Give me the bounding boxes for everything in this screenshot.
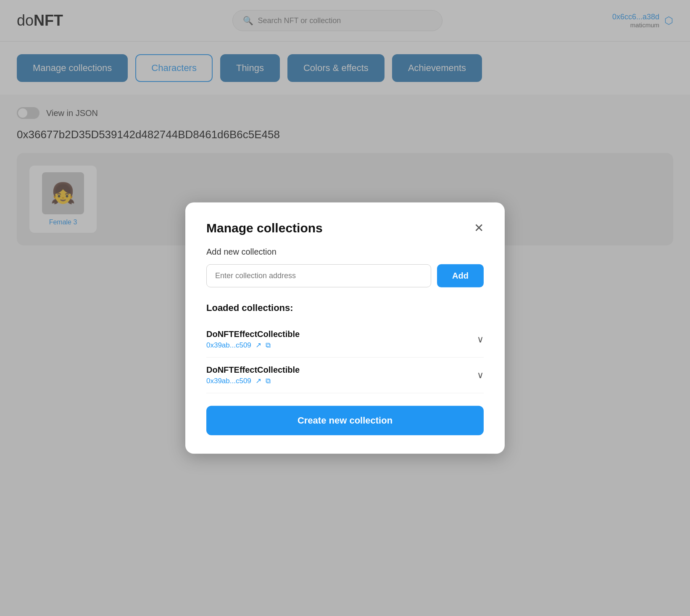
add-collection-label: Add new collection (206, 247, 484, 257)
collection-addr-row-2: 0x39ab...c509 ↗ ⧉ (206, 376, 300, 385)
add-collection-button[interactable]: Add (437, 264, 484, 287)
add-collection-row: Add (206, 264, 484, 287)
collection-addr-row-1: 0x39ab...c509 ↗ ⧉ (206, 341, 300, 350)
modal-header: Manage collections ✕ (206, 221, 484, 235)
collection-item-1: DoNFTEffectCollectible 0x39ab...c509 ↗ ⧉… (206, 322, 484, 358)
create-new-collection-button[interactable]: Create new collection (206, 406, 484, 435)
manage-collections-modal: Manage collections ✕ Add new collection … (185, 203, 505, 454)
collection-name-1: DoNFTEffectCollectible (206, 329, 300, 339)
collection-item-2: DoNFTEffectCollectible 0x39ab...c509 ↗ ⧉… (206, 358, 484, 393)
collection-info-1: DoNFTEffectCollectible 0x39ab...c509 ↗ ⧉ (206, 329, 300, 350)
collection-address-2: 0x39ab...c509 (206, 376, 251, 385)
loaded-collections-label: Loaded collections: (206, 303, 484, 313)
modal-title: Manage collections (206, 221, 323, 235)
collection-address-1: 0x39ab...c509 (206, 341, 251, 349)
collection-info-2: DoNFTEffectCollectible 0x39ab...c509 ↗ ⧉ (206, 365, 300, 385)
external-link-icon-1[interactable]: ↗ (255, 341, 261, 350)
copy-icon-2[interactable]: ⧉ (266, 376, 271, 385)
modal-close-button[interactable]: ✕ (474, 222, 484, 234)
chevron-icon-2[interactable]: ∨ (477, 370, 484, 381)
chevron-icon-1[interactable]: ∨ (477, 334, 484, 345)
external-link-icon-2[interactable]: ↗ (255, 376, 261, 385)
copy-icon-1[interactable]: ⧉ (266, 341, 271, 349)
collection-name-2: DoNFTEffectCollectible (206, 365, 300, 375)
collection-address-input[interactable] (206, 264, 431, 287)
